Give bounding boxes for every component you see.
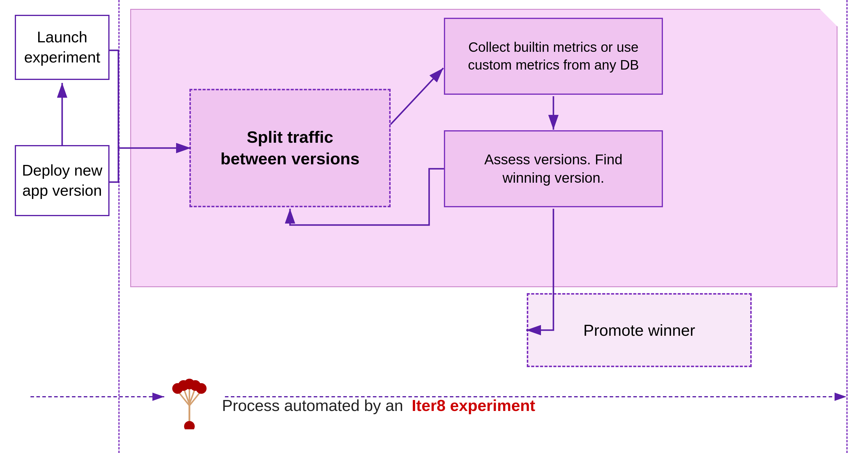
deploy-label: Deploy newapp version xyxy=(22,160,102,201)
svg-point-10 xyxy=(196,383,207,394)
promote-label: Promote winner xyxy=(583,320,695,340)
bottom-process-text: Process automated by an Iter8 experiment xyxy=(222,396,809,415)
launch-experiment-box: Launch experiment xyxy=(15,15,110,80)
collect-metrics-box: Collect builtin metrics or usecustom met… xyxy=(444,18,663,95)
diagram-container: Launch experiment Deploy newapp version … xyxy=(0,0,868,453)
launch-label: Launch experiment xyxy=(16,27,108,67)
iter8-brand-text: Iter8 experiment xyxy=(412,396,535,415)
bottom-text-prefix: Process automated by an xyxy=(222,396,407,415)
vertical-line-right xyxy=(846,0,847,453)
deploy-app-version-box: Deploy newapp version xyxy=(15,145,110,216)
assess-versions-box: Assess versions. Findwinning version. xyxy=(444,130,663,207)
vertical-line-left xyxy=(118,0,120,453)
collect-label: Collect builtin metrics or usecustom met… xyxy=(468,38,639,74)
promote-winner-box: Promote winner xyxy=(527,293,752,367)
split-label: Split trafficbetween versions xyxy=(220,126,360,170)
split-traffic-box: Split trafficbetween versions xyxy=(189,89,391,207)
assess-label: Assess versions. Findwinning version. xyxy=(485,150,623,187)
svg-point-11 xyxy=(184,421,195,429)
iter8-logo-icon xyxy=(166,370,213,429)
